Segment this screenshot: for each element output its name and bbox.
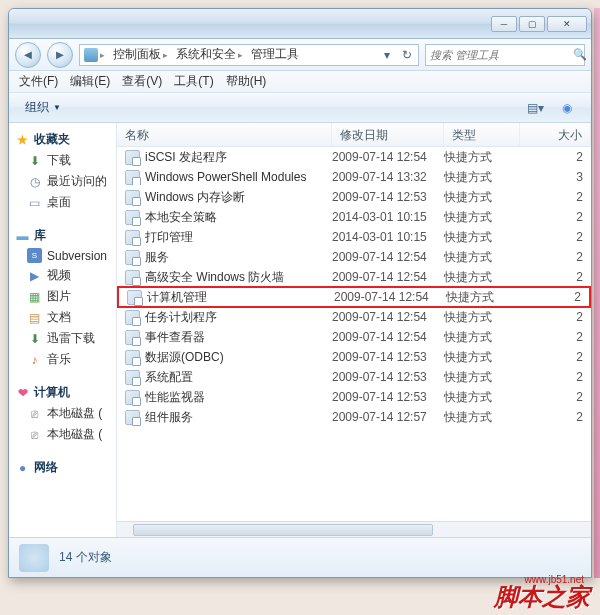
maximize-button[interactable]: ▢ xyxy=(519,16,545,32)
column-date[interactable]: 修改日期 xyxy=(332,123,444,146)
search-input[interactable] xyxy=(430,49,569,61)
shortcut-icon xyxy=(125,190,140,205)
shortcut-icon xyxy=(125,410,140,425)
file-row[interactable]: 组件服务2009-07-14 12:57快捷方式2 xyxy=(117,407,591,427)
file-row[interactable]: Windows PowerShell Modules2009-07-14 13:… xyxy=(117,167,591,187)
sidebar-head-label: 网络 xyxy=(34,459,58,476)
sidebar-item[interactable]: ⬇迅雷下载 xyxy=(9,328,116,349)
file-type: 快捷方式 xyxy=(444,209,520,226)
sidebar-item[interactable]: SSubversion xyxy=(9,246,116,265)
file-name: Windows 内存诊断 xyxy=(145,189,245,206)
file-size: 2 xyxy=(520,330,591,344)
sidebar-group-head[interactable]: ▬库 xyxy=(9,225,116,246)
sidebar-item[interactable]: ▦图片 xyxy=(9,286,116,307)
file-row[interactable]: 计算机管理2009-07-14 12:54快捷方式2 xyxy=(117,286,591,308)
forward-button[interactable]: ► xyxy=(47,42,73,68)
sidebar-item-label: Subversion xyxy=(47,249,107,263)
file-size: 2 xyxy=(520,190,591,204)
file-size: 2 xyxy=(520,230,591,244)
file-row[interactable]: iSCSI 发起程序2009-07-14 12:54快捷方式2 xyxy=(117,147,591,167)
ico-pc-icon: ❤ xyxy=(15,385,30,400)
file-name: 事件查看器 xyxy=(145,329,205,346)
file-row[interactable]: 事件查看器2009-07-14 12:54快捷方式2 xyxy=(117,327,591,347)
file-row[interactable]: 数据源(ODBC)2009-07-14 12:53快捷方式2 xyxy=(117,347,591,367)
content-pane: 名称 修改日期 类型 大小 iSCSI 发起程序2009-07-14 12:54… xyxy=(117,123,591,537)
breadcrumb-item[interactable]: 系统和安全 ▸ xyxy=(172,45,247,65)
file-type: 快捷方式 xyxy=(444,189,520,206)
sidebar-item[interactable]: ⬇下载 xyxy=(9,150,116,171)
file-date: 2014-03-01 10:15 xyxy=(332,210,444,224)
status-count: 14 个对象 xyxy=(59,549,112,566)
search-icon[interactable]: 🔍 xyxy=(573,48,587,61)
refresh-icon[interactable]: ↻ xyxy=(396,48,418,62)
menu-item[interactable]: 查看(V) xyxy=(116,71,168,92)
sidebar-item[interactable]: ▤文档 xyxy=(9,307,116,328)
sidebar-item-label: 本地磁盘 ( xyxy=(47,405,102,422)
breadcrumb-dropdown-icon[interactable]: ▾ xyxy=(378,48,396,62)
sidebar-head-label: 计算机 xyxy=(34,384,70,401)
file-size: 2 xyxy=(520,150,591,164)
file-type: 快捷方式 xyxy=(444,169,520,186)
column-type[interactable]: 类型 xyxy=(444,123,520,146)
shortcut-icon xyxy=(127,290,142,305)
sidebar-item[interactable]: ▶视频 xyxy=(9,265,116,286)
status-icon xyxy=(19,544,49,572)
file-date: 2009-07-14 12:57 xyxy=(332,410,444,424)
sidebar-item[interactable]: ◷最近访问的 xyxy=(9,171,116,192)
file-name: 任务计划程序 xyxy=(145,309,217,326)
organize-button[interactable]: 组织 ▼ xyxy=(17,96,71,119)
sidebar-group-head[interactable]: ❤计算机 xyxy=(9,382,116,403)
organize-label: 组织 xyxy=(25,99,49,116)
file-row[interactable]: Windows 内存诊断2009-07-14 12:53快捷方式2 xyxy=(117,187,591,207)
column-name[interactable]: 名称 xyxy=(117,123,332,146)
shortcut-icon xyxy=(125,230,140,245)
ico-clock-icon: ◷ xyxy=(27,174,42,189)
file-row[interactable]: 性能监视器2009-07-14 12:53快捷方式2 xyxy=(117,387,591,407)
sidebar-item[interactable]: ♪音乐 xyxy=(9,349,116,370)
sidebar-group-head[interactable]: ★收藏夹 xyxy=(9,129,116,150)
view-button[interactable]: ▤▾ xyxy=(519,97,551,119)
shortcut-icon xyxy=(125,210,140,225)
breadcrumb[interactable]: ▸ 控制面板 ▸ 系统和安全 ▸ 管理工具 ▾ ↻ xyxy=(79,44,419,66)
chevron-down-icon: ▼ xyxy=(53,103,61,112)
help-button[interactable]: ◉ xyxy=(551,97,583,119)
file-size: 2 xyxy=(520,210,591,224)
file-row[interactable]: 任务计划程序2009-07-14 12:54快捷方式2 xyxy=(117,307,591,327)
file-row[interactable]: 打印管理2014-03-01 10:15快捷方式2 xyxy=(117,227,591,247)
sidebar-item[interactable]: ⎚本地磁盘 ( xyxy=(9,403,116,424)
file-row[interactable]: 高级安全 Windows 防火墙2009-07-14 12:54快捷方式2 xyxy=(117,267,591,287)
titlebar[interactable]: ─ ▢ ✕ xyxy=(9,9,591,39)
breadcrumb-item[interactable]: 控制面板 ▸ xyxy=(109,45,172,65)
minimize-button[interactable]: ─ xyxy=(491,16,517,32)
sidebar-group-head[interactable]: ●网络 xyxy=(9,457,116,478)
breadcrumb-item[interactable]: 管理工具 xyxy=(247,45,303,65)
file-row[interactable]: 本地安全策略2014-03-01 10:15快捷方式2 xyxy=(117,207,591,227)
close-button[interactable]: ✕ xyxy=(547,16,587,32)
shortcut-icon xyxy=(125,390,140,405)
file-type: 快捷方式 xyxy=(444,349,520,366)
column-size[interactable]: 大小 xyxy=(520,123,591,146)
horizontal-scrollbar[interactable] xyxy=(117,521,591,537)
file-row[interactable]: 系统配置2009-07-14 12:53快捷方式2 xyxy=(117,367,591,387)
menu-item[interactable]: 编辑(E) xyxy=(64,71,116,92)
file-name: Windows PowerShell Modules xyxy=(145,170,306,184)
file-date: 2009-07-14 12:54 xyxy=(334,290,446,304)
file-date: 2009-07-14 12:54 xyxy=(332,310,444,324)
menu-item[interactable]: 文件(F) xyxy=(13,71,64,92)
file-row[interactable]: 服务2009-07-14 12:54快捷方式2 xyxy=(117,247,591,267)
sidebar-item-label: 本地磁盘 ( xyxy=(47,426,102,443)
ico-dl2-icon: ⬇ xyxy=(27,331,42,346)
crumb-label: 控制面板 xyxy=(113,46,161,63)
crumb-label: 管理工具 xyxy=(251,46,299,63)
sidebar-item[interactable]: ▭桌面 xyxy=(9,192,116,213)
search-box[interactable]: 🔍 xyxy=(425,44,585,66)
menu-item[interactable]: 工具(T) xyxy=(168,71,219,92)
file-date: 2009-07-14 12:54 xyxy=(332,250,444,264)
address-bar: ◄ ► ▸ 控制面板 ▸ 系统和安全 ▸ 管理工具 ▾ ↻ 🔍 xyxy=(9,39,591,71)
menu-item[interactable]: 帮助(H) xyxy=(220,71,273,92)
breadcrumb-root[interactable]: ▸ xyxy=(80,45,109,65)
scrollbar-thumb[interactable] xyxy=(133,524,433,536)
back-button[interactable]: ◄ xyxy=(15,42,41,68)
sidebar-item-label: 文档 xyxy=(47,309,71,326)
sidebar-item[interactable]: ⎚本地磁盘 ( xyxy=(9,424,116,445)
